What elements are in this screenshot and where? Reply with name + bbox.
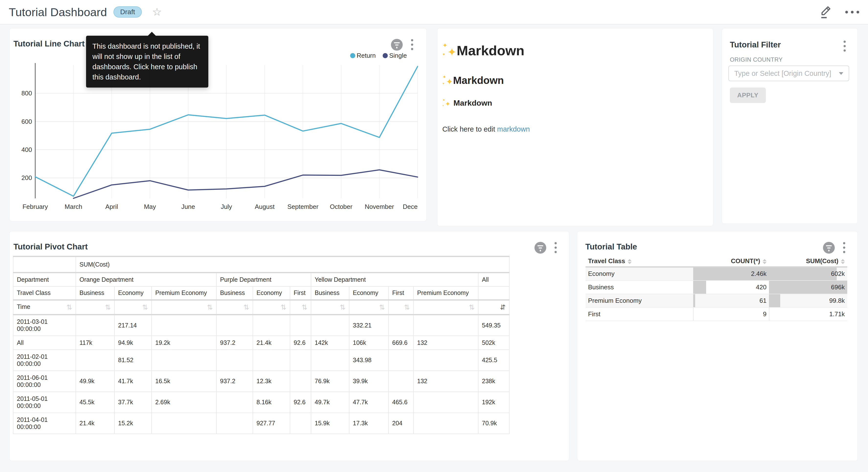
- travel-class-cell: Premium Economy: [586, 294, 693, 307]
- pivot-sort-cell: ⇅: [311, 300, 349, 315]
- sort-icon[interactable]: ⇅: [105, 303, 111, 311]
- pivot-value-cell: [216, 392, 253, 413]
- sort-icon[interactable]: ⇅: [66, 303, 72, 311]
- draft-badge[interactable]: Draft: [114, 6, 142, 18]
- pivot-value-cell: 41.7k: [115, 371, 152, 392]
- pivot-value-cell: [76, 350, 115, 371]
- filter-indicator-icon[interactable]: [823, 242, 835, 254]
- sum-cost-cell: 1.71k: [769, 307, 847, 321]
- origin-country-select[interactable]: Type or Select [Origin Country]: [728, 65, 849, 81]
- sort-icon[interactable]: ⇅: [379, 303, 385, 311]
- svg-text:200: 200: [22, 174, 32, 181]
- pivot-value-cell: [413, 315, 478, 336]
- page-title: Tutorial Dashboard: [9, 5, 107, 19]
- table-card-actions: [823, 241, 846, 254]
- pivot-value-cell: [253, 315, 290, 336]
- pivot-value-cell: 45.5k: [76, 392, 115, 413]
- pivot-value-cell: [290, 371, 311, 392]
- pivot-value-cell: [413, 413, 478, 434]
- pivot-value-cell: 76.9k: [311, 371, 349, 392]
- pivot-row-label: 2011-04-01 00:00:00: [13, 413, 76, 434]
- sort-icon[interactable]: ⇅: [302, 303, 307, 311]
- dashboard-menu-ellipsis-icon[interactable]: [845, 11, 859, 13]
- sort-icon[interactable]: ⇅: [281, 303, 286, 311]
- sum-cost-cell: 602k: [769, 267, 847, 281]
- pivot-value-cell: 16.5k: [152, 371, 216, 392]
- travel-class-cell: Business: [586, 281, 693, 294]
- filter-card-title: Tutorial Filter: [730, 40, 781, 50]
- table-header-2[interactable]: SUM(Cost): [769, 256, 847, 267]
- pivot-value-cell: 549.35: [478, 315, 509, 336]
- pivot-value-cell: [389, 371, 413, 392]
- sum-cost-cell: 99.8k: [769, 294, 847, 307]
- pivot-value-cell: 39.9k: [349, 371, 389, 392]
- svg-text:June: June: [181, 203, 195, 210]
- favorite-star-icon[interactable]: ☆: [152, 7, 162, 18]
- pivot-value-cell: 8.16k: [253, 392, 290, 413]
- pivot-row-label: 2011-02-01 00:00:00: [13, 350, 76, 371]
- sort-icon[interactable]: ⇅: [207, 303, 213, 311]
- pivot-value-cell: [389, 315, 413, 336]
- pivot-sort-cell: ⇅: [389, 300, 413, 315]
- pivot-class-col: First: [290, 286, 311, 300]
- table-card-title: Tutorial Table: [585, 242, 637, 252]
- table-row: Economy2.46k602k: [586, 267, 847, 281]
- pivot-value-cell: 238k: [478, 371, 509, 392]
- travel-class-cell: First: [586, 307, 693, 321]
- count-cell: 9: [693, 307, 769, 321]
- table-header-1[interactable]: COUNT(*): [693, 256, 769, 267]
- pivot-value-cell: 21.4k: [76, 413, 115, 434]
- table-header-0[interactable]: Travel Class: [586, 256, 693, 267]
- edit-markdown-link[interactable]: markdown: [497, 125, 530, 133]
- dashboard-header: Tutorial Dashboard Draft ☆: [0, 0, 868, 25]
- sort-icon[interactable]: ⇅: [404, 303, 410, 311]
- sort-caret-icon: [763, 259, 767, 264]
- pivot-corner-cell: [13, 257, 76, 273]
- pivot-dept-label: Department: [13, 273, 76, 286]
- pivot-row-label: 2011-05-01 00:00:00: [13, 392, 76, 413]
- pivot-value-cell: 927.77: [253, 413, 290, 434]
- pivot-value-cell: 37.7k: [115, 392, 152, 413]
- filter-indicator-icon[interactable]: [534, 242, 546, 254]
- edit-dashboard-button[interactable]: [819, 5, 833, 19]
- sort-icon[interactable]: ⇅: [244, 303, 249, 311]
- svg-text:September: September: [287, 203, 319, 210]
- pivot-class-col: Economy: [253, 286, 290, 300]
- pivot-class-col: Premium Economy: [413, 286, 478, 300]
- pivot-sort-cell: ⇅: [115, 300, 152, 315]
- svg-text:October: October: [330, 203, 352, 210]
- pivot-value-cell: 49.7k: [311, 392, 349, 413]
- chart-menu-kebab-icon[interactable]: [842, 241, 846, 254]
- sort-desc-icon[interactable]: ⇵: [500, 303, 506, 311]
- filter-menu-kebab-icon[interactable]: [843, 40, 847, 53]
- pivot-value-cell: 12.3k: [253, 371, 290, 392]
- pivot-sort-cell: ⇅: [76, 300, 115, 315]
- markdown-h1: ✦✦✦ Markdown: [442, 42, 706, 58]
- pivot-value-cell: 465.6: [389, 392, 413, 413]
- count-cell: 2.46k: [693, 267, 769, 281]
- pivot-class-col: First: [389, 286, 413, 300]
- svg-text:May: May: [144, 203, 156, 210]
- pivot-class-col: [478, 286, 509, 300]
- filter-card: Tutorial Filter ORIGIN COUNTRY Type or S…: [722, 28, 858, 224]
- pivot-metric-header: SUM(Cost): [76, 257, 509, 273]
- pivot-value-cell: 21.4k: [253, 336, 290, 350]
- pencil-icon: [819, 5, 832, 19]
- sort-icon[interactable]: ⇅: [142, 303, 148, 311]
- apply-button[interactable]: APPLY: [730, 88, 766, 103]
- sort-icon[interactable]: ⇅: [469, 303, 474, 311]
- pivot-class-col: Premium Economy: [152, 286, 216, 300]
- pivot-class-col: Economy: [349, 286, 389, 300]
- sort-icon[interactable]: ⇅: [340, 303, 345, 311]
- table-row: Premium Economy6199.8k: [586, 294, 847, 307]
- chart-menu-kebab-icon[interactable]: [554, 241, 558, 254]
- pivot-value-cell: 81.52: [115, 350, 152, 371]
- pivot-value-cell: 132: [413, 336, 478, 350]
- pivot-value-cell: [290, 315, 311, 336]
- pivot-value-cell: 49.9k: [76, 371, 115, 392]
- pivot-value-cell: 204: [389, 413, 413, 434]
- sparkles-icon: ✦✦✦: [442, 44, 457, 57]
- sparkles-icon: ✦✦✦: [442, 99, 451, 107]
- filter-card-actions: [843, 40, 847, 53]
- markdown-paragraph: Click here to edit markdown: [442, 125, 706, 133]
